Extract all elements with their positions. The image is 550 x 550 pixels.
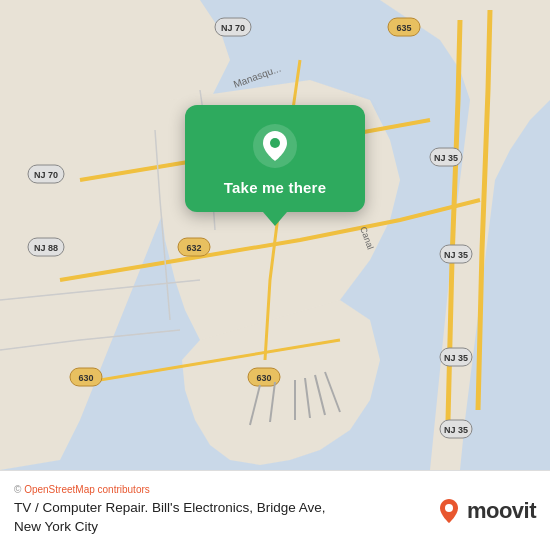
svg-text:NJ 70: NJ 70: [34, 170, 58, 180]
location-info: © OpenStreetMap contributors TV / Comput…: [14, 484, 425, 537]
svg-text:NJ 35: NJ 35: [434, 153, 458, 163]
location-name: TV / Computer Repair. Bill's Electronics…: [14, 499, 425, 537]
svg-text:630: 630: [256, 373, 271, 383]
popup-label: Take me there: [224, 179, 326, 196]
svg-text:635: 635: [396, 23, 411, 33]
svg-point-33: [445, 504, 453, 512]
svg-text:NJ 35: NJ 35: [444, 353, 468, 363]
moovit-pin-icon: [435, 497, 463, 525]
svg-text:NJ 35: NJ 35: [444, 425, 468, 435]
map-background: NJ 70 635 NJ 70 NJ 35 NJ 88 632 NJ 35 63…: [0, 0, 550, 470]
svg-text:NJ 35: NJ 35: [444, 250, 468, 260]
svg-point-32: [270, 138, 280, 148]
moovit-brand-text: moovit: [467, 498, 536, 524]
map-container: NJ 70 635 NJ 70 NJ 35 NJ 88 632 NJ 35 63…: [0, 0, 550, 470]
bottom-bar: © OpenStreetMap contributors TV / Comput…: [0, 470, 550, 550]
svg-text:632: 632: [186, 243, 201, 253]
navigation-popup[interactable]: Take me there: [185, 105, 365, 212]
location-pin-icon: [252, 123, 298, 169]
svg-text:630: 630: [78, 373, 93, 383]
svg-text:NJ 70: NJ 70: [221, 23, 245, 33]
map-attribution: © OpenStreetMap contributors: [14, 484, 425, 495]
svg-text:NJ 88: NJ 88: [34, 243, 58, 253]
moovit-logo: moovit: [435, 497, 536, 525]
